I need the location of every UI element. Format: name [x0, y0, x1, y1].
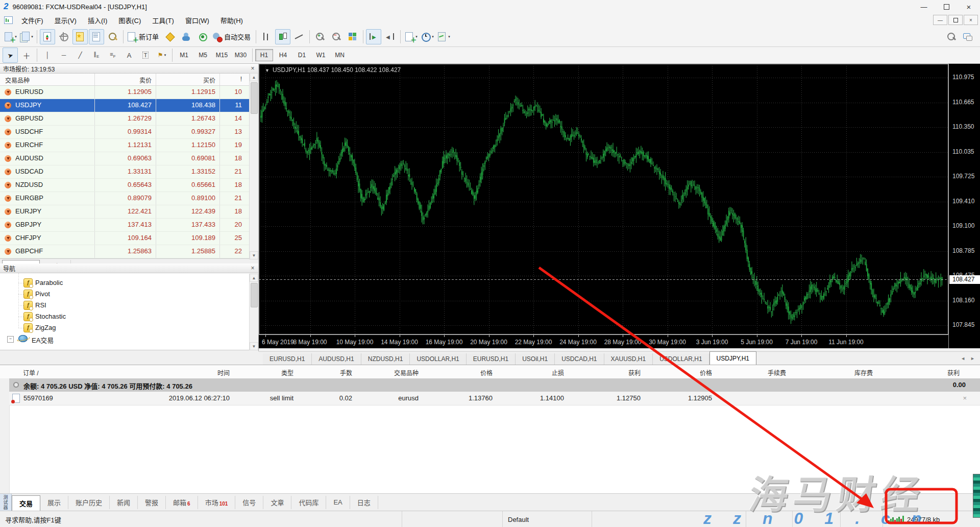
menu-item-2[interactable]: 插入(I)	[82, 13, 113, 27]
chart-tab-3[interactable]: USDOLLAR,H1	[410, 353, 466, 365]
zoom-in-button[interactable]: +	[312, 29, 328, 44]
bottom-tab-6[interactable]: 市场101	[198, 496, 236, 509]
price-chart[interactable]	[259, 64, 948, 334]
strategy-tester-button[interactable]	[105, 29, 120, 44]
scroll-up-icon[interactable]: ▲	[250, 274, 258, 282]
metaeditor-button[interactable]	[162, 29, 178, 44]
broadcast-button[interactable]	[195, 29, 210, 44]
new-order-button[interactable]: ＋ 新订单	[126, 29, 161, 44]
bottom-tab-3[interactable]: 新闻	[110, 496, 138, 509]
timeframe-m5[interactable]: M5	[194, 49, 212, 61]
line-chart-button[interactable]	[291, 29, 307, 44]
navigator-item-pivot[interactable]: ƒPivot	[0, 289, 258, 300]
scroll-up-icon[interactable]: ▲	[250, 73, 258, 81]
tab-scroll-right-icon[interactable]: ►	[970, 356, 975, 361]
scroll-down-icon[interactable]: ▼	[250, 251, 258, 259]
chart-tab-2[interactable]: NZDUSD,H1	[361, 353, 410, 365]
market-watch-row-chfjpy[interactable]: CHFJPY109.164109.18925	[0, 232, 258, 245]
child-close-button[interactable]: ×	[964, 15, 978, 25]
bottom-tab-9[interactable]: 代码库	[291, 496, 326, 509]
market-watch-button[interactable]: ▲▼	[40, 29, 55, 44]
templates-button[interactable]: ▾	[436, 29, 451, 44]
timeframe-m15[interactable]: M15	[213, 49, 231, 61]
timeframe-mn[interactable]: MN	[331, 49, 349, 61]
minimize-button[interactable]: —	[913, 1, 935, 13]
market-watch-row-eurusd[interactable]: EURUSD1.129051.1291510	[0, 86, 258, 99]
navigator-item-rsi[interactable]: ƒRSI	[0, 300, 258, 311]
bottom-tab-10[interactable]: EA	[326, 496, 350, 509]
bottom-tab-2[interactable]: 账户历史	[68, 496, 110, 509]
text-label-tool-button[interactable]: T	[138, 47, 153, 63]
terminal-column-11[interactable]: 获利	[0, 368, 960, 377]
market-watch-row-audusd[interactable]: AUDUSD0.690630.6908118	[0, 152, 258, 165]
indicators-button[interactable]: ＋▾	[403, 29, 419, 44]
arrows-tool-button[interactable]: ⚑▾	[154, 47, 169, 63]
chart-tab-1[interactable]: AUDUSD,H1	[312, 353, 361, 365]
menu-item-3[interactable]: 图表(C)	[113, 13, 146, 27]
menu-item-5[interactable]: 窗口(W)	[180, 13, 215, 27]
order-row[interactable]: × 559701692019.06.12 06:27:10sell limit0…	[9, 392, 980, 405]
col-symbol[interactable]: 交易品种	[5, 76, 30, 84]
new-chart-button[interactable]: ＋▾	[3, 29, 18, 44]
navigator-item-stochastic[interactable]: ƒStochastic	[0, 311, 258, 322]
navigator-item-parabolic[interactable]: ƒParabolic	[0, 277, 258, 289]
navigator-item-ea[interactable]: −EA交易	[0, 333, 258, 345]
menu-item-4[interactable]: 工具(T)	[146, 13, 180, 27]
market-watch-close-icon[interactable]: ×	[249, 65, 256, 72]
vline-tool-button[interactable]: │	[40, 47, 55, 63]
hline-tool-button[interactable]: ─	[56, 47, 71, 63]
close-button[interactable]: ×	[958, 1, 980, 13]
market-watch-scrollbar[interactable]: ▲ ▼	[249, 73, 258, 259]
timeframe-w1[interactable]: W1	[312, 49, 330, 61]
fibonacci-tool-button[interactable]: ≡F	[105, 47, 120, 63]
candle-chart-button[interactable]	[275, 29, 290, 44]
timeframe-m1[interactable]: M1	[175, 49, 193, 61]
scroll-down-icon[interactable]: ▼	[250, 342, 258, 350]
chart-window-icon[interactable]	[4, 16, 13, 24]
channel-tool-button[interactable]: ∥E	[89, 47, 104, 63]
tester-collapsed-tab[interactable]: 测试器	[0, 494, 12, 511]
market-watch-row-gbpusd[interactable]: GBPUSD1.267291.2674314	[0, 112, 258, 126]
timeframe-d1[interactable]: D1	[293, 49, 311, 61]
bottom-tab-1[interactable]: 展示	[40, 496, 68, 509]
col-bid[interactable]: 卖价	[139, 76, 152, 84]
profiles-button[interactable]: ▾	[19, 29, 34, 44]
bottom-tab-5[interactable]: 邮箱6	[166, 496, 198, 509]
bottom-tab-11[interactable]: 日志	[350, 496, 378, 509]
chart-shift-button[interactable]: ◀	[382, 29, 398, 44]
tile-windows-button[interactable]	[345, 29, 360, 44]
menu-item-0[interactable]: 文件(F)	[16, 13, 49, 27]
community-button[interactable]	[179, 29, 194, 44]
timeframe-m30[interactable]: M30	[232, 49, 250, 61]
navigator-scrollbar[interactable]: ▲ ▼	[249, 274, 258, 350]
cursor-tool-button[interactable]: ➤	[3, 47, 18, 63]
chat-button[interactable]	[960, 29, 975, 44]
status-connection[interactable]: 24977/8 kb	[883, 511, 965, 527]
terminal-button[interactable]	[89, 29, 104, 44]
bottom-tab-4[interactable]: 警报	[138, 496, 166, 509]
bottom-tab-8[interactable]: 文章	[263, 496, 291, 509]
market-watch-row-gbpchf[interactable]: GBPCHF1.258631.2588522	[0, 245, 258, 258]
market-watch-row-eurjpy[interactable]: EURJPY122.421122.43918	[0, 205, 258, 219]
chart-tab-6[interactable]: USDCAD,H1	[555, 353, 604, 365]
market-watch-row-usdjpy[interactable]: USDJPY108.427108.43811	[0, 99, 258, 112]
maximize-button[interactable]	[935, 1, 958, 13]
autoscroll-button[interactable]: ▶	[366, 29, 381, 44]
trendline-tool-button[interactable]: ╱	[72, 47, 88, 63]
chart-tab-4[interactable]: EURUSD,H1	[467, 353, 516, 365]
market-watch-row-nzdusd[interactable]: NZDUSD0.656430.6566118	[0, 179, 258, 192]
time-axis[interactable]: 6 May 20198 May 19:0010 May 19:0014 May …	[259, 334, 948, 348]
status-profile[interactable]: Default	[503, 511, 592, 527]
col-spread[interactable]: !	[240, 76, 242, 83]
chart-tab-7[interactable]: XAUUSD,H1	[604, 353, 653, 365]
navigator-button[interactable]: ★	[72, 29, 88, 44]
market-watch-row-eurgbp[interactable]: EURGBP0.890790.8910021	[0, 192, 258, 205]
menu-item-6[interactable]: 帮助(H)	[215, 13, 249, 27]
chart-tab-5[interactable]: USOil,H1	[516, 353, 555, 365]
order-close-icon[interactable]: ×	[963, 394, 967, 402]
menu-item-1[interactable]: 显示(V)	[49, 13, 82, 27]
data-window-button[interactable]	[56, 29, 71, 44]
tab-scroll-left-icon[interactable]: ◄	[961, 356, 965, 361]
crosshair-tool-button[interactable]: ＋	[19, 47, 34, 63]
periods-button[interactable]: ▾	[420, 29, 435, 44]
